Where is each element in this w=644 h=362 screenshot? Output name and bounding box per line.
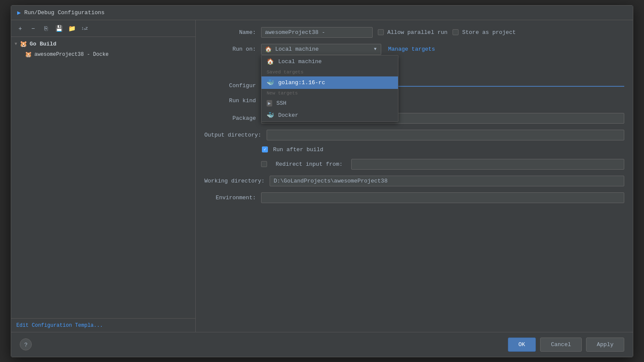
manage-targets-link[interactable]: Manage targets: [388, 46, 435, 52]
configuration-item[interactable]: 🐹 awesomeProject38 - Docke: [11, 49, 195, 60]
main-content: + − ⎘ 💾 📁 ↕ₐz: [11, 20, 633, 332]
configuration-item-label: awesomeProject38 - Docke: [34, 52, 109, 58]
save-configuration-button[interactable]: 💾: [53, 23, 64, 34]
copy-configuration-button[interactable]: ⎘: [40, 23, 52, 34]
run-after-build-checkbox[interactable]: [262, 146, 268, 152]
dropdown-item-golang[interactable]: 🐳 golang:1.16-rc: [261, 76, 398, 89]
dialog-title: Run/Debug Configurations: [24, 9, 104, 16]
name-row: Name: Allow parallel run Store as projec…: [204, 27, 624, 38]
allow-parallel-checkbox[interactable]: [378, 29, 384, 35]
go-build-group-header[interactable]: ▼ 🐹 Go Build: [11, 39, 195, 49]
sidebar-toolbar: + − ⎘ 💾 📁 ↕ₐz: [11, 20, 195, 37]
run-on-dropdown-container: 🏠 Local machine ▼ 🏠 Local machine Saved …: [261, 44, 381, 55]
run-after-build-row: Run after build: [262, 146, 624, 153]
redirect-input-row: Redirect input from:: [204, 159, 624, 170]
go-build-group-label: Go Build: [30, 41, 56, 47]
dropdown-item-docker-label: Docker: [278, 112, 298, 119]
help-button[interactable]: ?: [20, 338, 32, 350]
output-dir-label: Output directory:: [204, 132, 261, 138]
working-dir-label: Working directory:: [204, 178, 264, 184]
title-bar: ▶ Run/Debug Configurations: [11, 6, 633, 20]
run-after-build-label: Run after build: [273, 146, 323, 153]
run-on-dropdown-button[interactable]: 🏠 Local machine ▼: [261, 44, 381, 55]
dropdown-item-ssh-label: SSH: [276, 100, 286, 106]
open-folder-button[interactable]: 📁: [66, 23, 77, 34]
environment-label: Environment:: [204, 195, 256, 201]
environment-row: Environment:: [204, 192, 624, 203]
dropdown-item-docker[interactable]: 🐳 Docker: [261, 109, 398, 122]
store-as-project-checkbox[interactable]: [453, 29, 459, 35]
redirect-input-label: Redirect input from:: [276, 161, 343, 167]
add-configuration-button[interactable]: +: [15, 23, 26, 34]
output-dir-row: Output directory:: [204, 130, 624, 140]
store-as-project-label: Store as project: [462, 29, 516, 36]
name-input[interactable]: [261, 27, 373, 38]
sidebar-tree: ▼ 🐹 Go Build 🐹 awesomeProject38 - Docke: [11, 37, 195, 318]
docker-icon: 🐳: [267, 112, 274, 119]
sort-button[interactable]: ↕ₐz: [79, 23, 90, 34]
sort-icon: ↕ₐz: [82, 25, 88, 31]
sidebar-footer: Edit Configuration Templa...: [11, 318, 195, 332]
copy-icon: ⎘: [44, 25, 48, 32]
allow-parallel-label: Allow parallel run: [387, 29, 447, 36]
run-on-value: Local machine: [275, 46, 319, 52]
dropdown-item-local-machine-label: Local machine: [278, 58, 322, 65]
redirect-input-checkbox[interactable]: [261, 161, 267, 167]
right-panel: Name: Allow parallel run Store as projec…: [196, 20, 633, 332]
home-icon: 🏠: [267, 58, 274, 65]
dropdown-item-golang-label: golang:1.16-rc: [278, 79, 325, 86]
run-debug-configurations-dialog: ▶ Run/Debug Configurations + − ⎘ 💾 📁: [11, 5, 633, 357]
name-label: Name:: [204, 29, 256, 36]
sidebar: + − ⎘ 💾 📁 ↕ₐz: [11, 20, 196, 332]
working-dir-input[interactable]: [270, 176, 624, 186]
redirect-input-field[interactable]: [351, 159, 624, 170]
configuration-item-icon: 🐹: [25, 51, 32, 58]
edit-template-link[interactable]: Edit Configuration Templa...: [16, 322, 103, 329]
package-label: Package: [204, 115, 256, 122]
dropdown-item-ssh[interactable]: ▶ SSH: [261, 97, 398, 109]
go-build-group-icon: 🐹: [20, 40, 27, 48]
save-icon: 💾: [55, 25, 63, 32]
run-on-row: Run on: 🏠 Local machine ▼ 🏠 Local machin…: [204, 44, 624, 55]
chevron-down-icon: ▼: [374, 47, 377, 52]
environment-input[interactable]: [261, 192, 624, 203]
folder-icon: 📁: [68, 25, 76, 32]
cancel-button[interactable]: Cancel: [540, 338, 582, 352]
run-on-label: Run on:: [204, 46, 256, 52]
allow-parallel-row: Allow parallel run: [378, 29, 447, 36]
configure-label: Configur: [204, 82, 256, 89]
title-bar-icon: ▶: [17, 9, 21, 16]
dropdown-section-saved-targets: Saved targets: [261, 68, 398, 76]
dropdown-section-new-targets: New targets: [261, 89, 398, 97]
home-icon: 🏠: [265, 46, 272, 53]
ok-button[interactable]: OK: [508, 338, 536, 352]
dropdown-item-local-machine[interactable]: 🏠 Local machine: [261, 55, 398, 68]
remove-configuration-button[interactable]: −: [27, 23, 39, 34]
chevron-down-icon: ▼: [15, 42, 17, 46]
go-build-group: ▼ 🐹 Go Build 🐹 awesomeProject38 - Docke: [11, 39, 195, 60]
apply-button[interactable]: Apply: [586, 338, 624, 352]
ssh-icon: ▶: [267, 100, 272, 106]
dialog-footer: ? OK Cancel Apply: [11, 332, 633, 357]
store-as-project-row: Store as project: [453, 29, 516, 36]
working-dir-row: Working directory:: [204, 176, 624, 186]
run-kind-label: Run kind: [204, 97, 256, 104]
run-on-dropdown-menu: 🏠 Local machine Saved targets 🐳 golang:1…: [261, 55, 398, 122]
output-dir-input[interactable]: [267, 130, 624, 140]
docker-icon: 🐳: [267, 79, 274, 86]
